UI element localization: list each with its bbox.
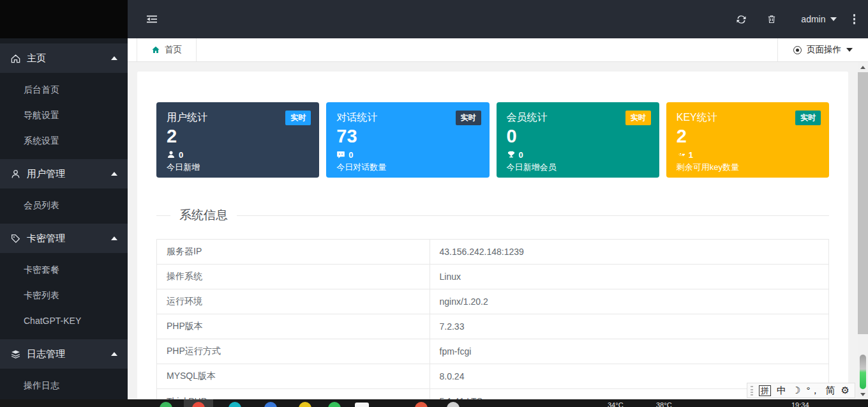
sidebar-item-system-settings[interactable]: 系统设置 bbox=[0, 128, 128, 153]
table-row: 运行环境 nginx/1.20.2 bbox=[157, 289, 829, 314]
ime-toolbar: 拼 中 ☽ °， 简 ⚙ bbox=[747, 383, 855, 398]
row-label: ThinkPHP bbox=[157, 389, 430, 400]
chevron-up-icon bbox=[111, 56, 117, 60]
home-icon bbox=[151, 45, 160, 54]
card-label: 今日新增会员 bbox=[507, 162, 649, 173]
ime-drag-handle[interactable] bbox=[751, 386, 753, 395]
taskbar-app-icon[interactable] bbox=[299, 402, 311, 407]
sidebar-menu: 主页 后台首页 导航设置 系统设置 用户管理 会员列表 bbox=[0, 38, 128, 404]
card-value: 0 bbox=[507, 125, 649, 148]
page-actions-dropdown[interactable]: 页面操作 bbox=[777, 38, 868, 61]
table-row: 操作系统 Linux bbox=[157, 265, 829, 289]
taskbar-app-icon[interactable] bbox=[355, 403, 369, 407]
topbar-actions: admin bbox=[726, 14, 868, 25]
chevron-up-icon bbox=[111, 172, 117, 176]
realtime-badge: 实时 bbox=[625, 111, 651, 125]
scroll-down-arrow[interactable] bbox=[858, 389, 868, 399]
chevron-down-icon bbox=[846, 48, 853, 52]
page-actions-label: 页面操作 bbox=[807, 44, 841, 56]
ime-settings-gear-icon[interactable]: ⚙ bbox=[841, 385, 849, 396]
taskbar-app-icon[interactable] bbox=[415, 402, 428, 407]
stat-cards-row: 用户统计 实时 2 0 今日新增 对话统计 实时 73 0 bbox=[156, 102, 829, 178]
sidebar-item-label: 卡密管理 bbox=[27, 233, 65, 245]
submenu-home: 后台首页 导航设置 系统设置 bbox=[0, 73, 128, 159]
sidebar-item-home[interactable]: 主页 bbox=[0, 43, 128, 73]
ime-punctuation-mode[interactable]: °， bbox=[807, 385, 820, 397]
stat-card-keys: KEY统计 实时 2 1 剩余可用key数量 bbox=[666, 102, 829, 178]
taskbar-app-icon[interactable] bbox=[447, 402, 460, 407]
key-icon bbox=[677, 150, 685, 159]
row-value: nginx/1.20.2 bbox=[430, 289, 828, 314]
sidebar-item-log-mgmt[interactable]: 日志管理 bbox=[0, 339, 128, 369]
taskbar-app-icon[interactable] bbox=[160, 402, 172, 407]
submenu-card-mgmt: 卡密套餐 卡密列表 ChatGPT-KEY bbox=[0, 253, 128, 339]
ime-halfwidth-icon[interactable]: ☽ bbox=[792, 385, 800, 396]
realtime-badge: 实时 bbox=[456, 111, 481, 125]
stat-card-users: 用户统计 实时 2 0 今日新增 bbox=[156, 102, 319, 178]
row-value: 43.156.242.148:1239 bbox=[430, 240, 828, 265]
sidebar-item-backend-home[interactable]: 后台首页 bbox=[0, 77, 128, 102]
vertical-scrollbar[interactable] bbox=[858, 62, 868, 399]
trash-icon[interactable] bbox=[756, 14, 787, 24]
table-row: 服务器IP 43.156.242.148:1239 bbox=[157, 240, 829, 265]
taskbar-app-icon[interactable] bbox=[264, 402, 277, 407]
row-label: MYSQL版本 bbox=[157, 364, 430, 389]
more-options-icon[interactable] bbox=[846, 14, 868, 24]
sidebar-item-label: 日志管理 bbox=[27, 348, 65, 360]
home-icon bbox=[10, 53, 21, 64]
card-sub-value: 1 bbox=[689, 150, 693, 160]
breadcrumb-label: 首页 bbox=[165, 44, 182, 56]
dot-circle-icon bbox=[793, 46, 802, 54]
ime-pinyin-mode[interactable]: 拼 bbox=[759, 385, 771, 396]
ime-simplified-mode[interactable]: 简 bbox=[826, 385, 835, 397]
sidebar-item-member-list[interactable]: 会员列表 bbox=[0, 192, 128, 218]
realtime-badge: 实时 bbox=[795, 111, 821, 125]
card-value: 2 bbox=[167, 125, 309, 148]
sidebar-item-operation-log[interactable]: 操作日志 bbox=[0, 372, 128, 398]
dashboard-panel: 用户统计 实时 2 0 今日新增 对话统计 实时 73 0 bbox=[137, 72, 848, 399]
taskbar-temp-2: 38°C bbox=[656, 401, 672, 407]
stat-card-dialogs: 对话统计 实时 73 0 今日对话数量 bbox=[326, 102, 489, 178]
section-title: 系统信息 bbox=[179, 207, 228, 224]
card-sub-value: 0 bbox=[519, 150, 523, 160]
collapse-sidebar-icon[interactable] bbox=[146, 14, 158, 24]
sidebar-item-card-packages[interactable]: 卡密套餐 bbox=[0, 257, 128, 282]
sidebar-item-card-mgmt[interactable]: 卡密管理 bbox=[0, 224, 128, 253]
row-label: 操作系统 bbox=[157, 265, 430, 289]
breadcrumb-bar: 首页 页面操作 bbox=[128, 38, 868, 62]
main-content: 用户统计 实时 2 0 今日新增 对话统计 实时 73 0 bbox=[128, 62, 858, 399]
card-label: 今日新增 bbox=[167, 162, 309, 173]
admin-dropdown[interactable]: admin bbox=[787, 14, 845, 24]
row-label: 运行环境 bbox=[157, 289, 430, 314]
row-value: Linux bbox=[430, 265, 828, 289]
windows-taskbar: 34°C 38°C 19:34 bbox=[0, 399, 868, 407]
ime-chinese-mode[interactable]: 中 bbox=[777, 385, 786, 397]
taskbar-app-icon[interactable] bbox=[328, 402, 341, 407]
taskbar-app-icon[interactable] bbox=[228, 402, 241, 407]
chevron-up-icon bbox=[111, 236, 117, 240]
system-info-heading: 系统信息 bbox=[156, 207, 829, 224]
sidebar-item-label: 用户管理 bbox=[27, 168, 65, 180]
scrollbar-thumb[interactable] bbox=[858, 72, 868, 334]
layers-icon bbox=[10, 349, 21, 360]
sidebar-item-card-list[interactable]: 卡密列表 bbox=[0, 282, 128, 308]
taskbar-clock: 19:34 bbox=[791, 401, 809, 407]
realtime-badge: 实时 bbox=[285, 111, 311, 125]
admin-username: admin bbox=[801, 14, 825, 24]
chevron-down-icon bbox=[830, 17, 837, 21]
person-icon bbox=[167, 150, 176, 159]
sidebar-item-chatgpt-key[interactable]: ChatGPT-KEY bbox=[0, 308, 128, 334]
taskbar-temp-1: 34°C bbox=[608, 401, 624, 407]
sidebar-item-user-mgmt[interactable]: 用户管理 bbox=[0, 159, 128, 188]
card-label: 剩余可用key数量 bbox=[677, 162, 819, 173]
app-window: 主页 后台首页 导航设置 系统设置 用户管理 会员列表 bbox=[0, 0, 868, 407]
submenu-user-mgmt: 会员列表 bbox=[0, 188, 128, 224]
stat-card-members: 会员统计 实时 0 0 今日新增会员 bbox=[497, 102, 659, 178]
refresh-icon[interactable] bbox=[726, 14, 756, 25]
sidebar-item-label: 主页 bbox=[27, 52, 46, 65]
sidebar-item-nav-settings[interactable]: 导航设置 bbox=[0, 102, 128, 128]
scroll-up-arrow[interactable] bbox=[858, 62, 868, 72]
tab-home[interactable]: 首页 bbox=[137, 38, 197, 61]
chat-icon bbox=[336, 150, 345, 159]
sidebar: 主页 后台首页 导航设置 系统设置 用户管理 会员列表 bbox=[0, 0, 128, 399]
